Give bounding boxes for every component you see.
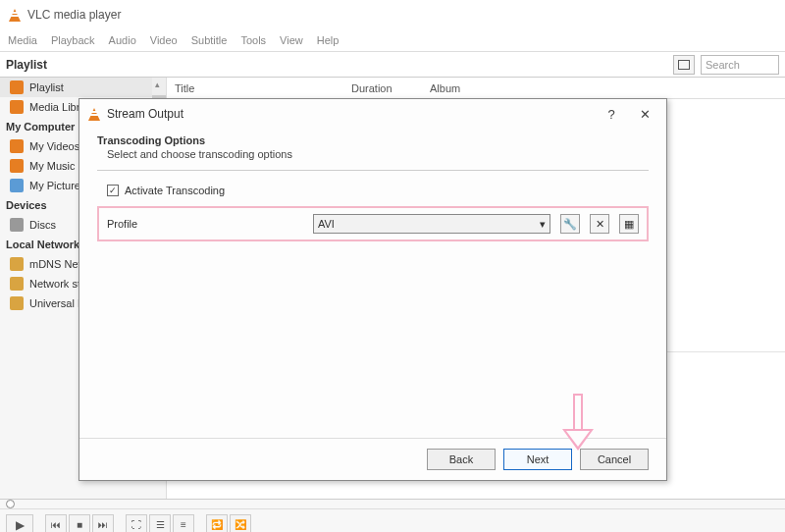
- prev-button[interactable]: ⏮: [45, 514, 67, 533]
- menu-media[interactable]: Media: [8, 34, 37, 46]
- view-mode-button[interactable]: [673, 55, 695, 75]
- dialog-body: Transcoding Options Select and choose tr…: [79, 129, 666, 438]
- menu-audio[interactable]: Audio: [109, 34, 136, 46]
- pictures-icon: [10, 179, 24, 192]
- player-controls: ▶ ⏮ ■ ⏭ ⛶ ☰ ≡ 🔁 🔀: [0, 499, 785, 532]
- extended-button[interactable]: ☰: [149, 514, 171, 533]
- dialog-title: Stream Output: [107, 107, 592, 121]
- profile-row-highlight: Profile AVI ▾ 🔧 ✕ ▦: [97, 206, 649, 241]
- network-icon: [10, 296, 24, 310]
- playlist-heading: Playlist: [6, 58, 673, 72]
- seek-bar[interactable]: [0, 500, 785, 509]
- divider: [97, 170, 649, 171]
- loop-button[interactable]: 🔁: [206, 514, 228, 533]
- annotation-arrow: [560, 394, 596, 452]
- menu-help[interactable]: Help: [317, 34, 340, 46]
- search-input[interactable]: Search: [701, 55, 779, 75]
- profile-select[interactable]: AVI ▾: [313, 214, 550, 234]
- x-icon: ✕: [596, 218, 604, 231]
- menubar: Media Playback Audio Video Subtitle Tool…: [0, 29, 785, 51]
- dialog-titlebar: Stream Output ? ✕: [79, 99, 666, 129]
- delete-profile-button[interactable]: ✕: [590, 214, 609, 234]
- shuffle-button[interactable]: 🔀: [230, 514, 251, 533]
- stop-button[interactable]: ■: [69, 514, 90, 533]
- checkbox-icon: ✓: [107, 185, 119, 196]
- toolbar: Playlist Search: [0, 51, 785, 77]
- play-button[interactable]: ▶: [6, 514, 33, 533]
- col-album[interactable]: Album: [422, 82, 468, 94]
- section-title: Transcoding Options: [97, 134, 649, 146]
- network-icon: [10, 277, 24, 291]
- fullscreen-button[interactable]: ⛶: [126, 514, 147, 533]
- network-icon: [10, 257, 24, 271]
- new-icon: ▦: [624, 218, 634, 231]
- help-button[interactable]: ?: [598, 103, 625, 125]
- chevron-down-icon: ▾: [540, 218, 546, 231]
- profile-value: AVI: [318, 218, 335, 230]
- edit-profile-button[interactable]: 🔧: [560, 214, 580, 234]
- sidebar-item-playlist[interactable]: Playlist: [0, 78, 166, 97]
- back-button[interactable]: Back: [427, 449, 496, 470]
- list-icon: [678, 60, 690, 70]
- playlist-icon: [10, 80, 24, 94]
- new-profile-button[interactable]: ▦: [619, 214, 639, 234]
- library-icon: [10, 100, 24, 114]
- wrench-icon: 🔧: [563, 218, 577, 231]
- col-title[interactable]: Title: [167, 82, 343, 94]
- music-icon: [10, 159, 24, 173]
- disc-icon: [10, 218, 24, 232]
- titlebar: VLC media player: [0, 0, 785, 29]
- playlist-header: Title Duration Album: [167, 78, 785, 99]
- menu-playback[interactable]: Playback: [51, 34, 95, 46]
- close-button[interactable]: ✕: [631, 103, 658, 125]
- video-icon: [10, 139, 24, 153]
- profile-label: Profile: [107, 218, 303, 230]
- activate-transcoding-checkbox[interactable]: ✓ Activate Transcoding: [107, 185, 649, 196]
- stream-output-dialog: Stream Output ? ✕ Transcoding Options Se…: [78, 98, 667, 481]
- playlist-button[interactable]: ≡: [173, 514, 194, 533]
- col-duration[interactable]: Duration: [343, 82, 422, 94]
- menu-video[interactable]: Video: [150, 34, 178, 46]
- vlc-logo-icon: [87, 107, 101, 121]
- seek-knob[interactable]: [6, 500, 15, 508]
- menu-subtitle[interactable]: Subtitle: [191, 34, 228, 46]
- app-title: VLC media player: [27, 8, 121, 22]
- vlc-logo-icon: [8, 8, 22, 22]
- next-button[interactable]: ⏭: [92, 514, 114, 533]
- menu-tools[interactable]: Tools: [240, 34, 266, 46]
- scroll-up-icon: ▴: [155, 80, 160, 89]
- menu-view[interactable]: View: [280, 34, 303, 46]
- section-subtitle: Select and choose transcoding options: [97, 148, 649, 160]
- checkbox-label: Activate Transcoding: [125, 185, 225, 196]
